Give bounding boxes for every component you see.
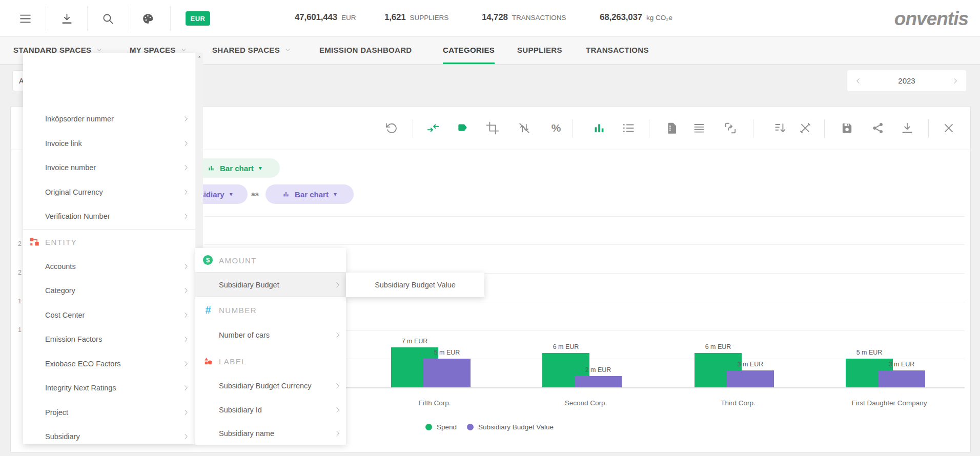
list-view-icon[interactable] (622, 121, 635, 135)
chevron-right-icon (182, 140, 190, 147)
year-label[interactable]: 2023 (898, 76, 915, 85)
menu-item[interactable]: Exiobase ECO Factors (23, 351, 195, 376)
stat-unit: SUPPLIERS (410, 14, 449, 22)
stat-transactions: 14,728 TRANSACTIONS (482, 12, 566, 23)
divider (170, 6, 171, 31)
wand-icon[interactable] (799, 121, 812, 135)
reset-icon[interactable] (384, 121, 398, 135)
chevron-right-icon (182, 312, 190, 319)
chevron-right-icon (182, 336, 190, 343)
menu-item-label: Exiobase ECO Factors (45, 360, 120, 368)
chevron-right-icon (334, 331, 341, 339)
divider (824, 119, 825, 138)
bar-subsidiary-budget-value[interactable] (727, 370, 774, 387)
menu-item[interactable]: Integrity Next Ratings (23, 376, 195, 400)
sort-off-icon[interactable] (518, 121, 531, 135)
rows-icon[interactable] (692, 121, 706, 135)
chevron-right-icon (182, 287, 190, 294)
divider (129, 6, 129, 31)
label-section-header: LABEL (195, 349, 346, 374)
percent-glyph: % (549, 121, 563, 135)
chevron-right-icon (182, 433, 190, 440)
legend-item[interactable]: Spend (425, 423, 457, 431)
menu-item-label: Inköpsorder nummer (45, 115, 114, 123)
pill-label: Bar chart (295, 190, 329, 199)
nav-label: TRANSACTIONS (586, 46, 649, 54)
caret-down-icon: ▾ (259, 165, 262, 171)
tag-icon[interactable] (456, 121, 469, 135)
menu-item[interactable]: Invoice number (23, 155, 195, 180)
menu-item[interactable]: Accounts (23, 254, 195, 279)
triangle-up-icon (197, 55, 201, 59)
chevron-right-icon (334, 406, 341, 413)
share-icon[interactable] (871, 121, 885, 135)
dollar-glyph: $ (203, 255, 213, 265)
chevron-right-icon (182, 384, 190, 391)
nav-suppliers[interactable]: SUPPLIERS (517, 37, 562, 63)
merge-arrows-icon[interactable] (426, 121, 440, 135)
menu-item[interactable]: Invoice link (23, 131, 195, 156)
percent-icon[interactable]: % (549, 121, 563, 135)
save-icon[interactable] (840, 121, 853, 135)
scroll-up-button[interactable] (195, 53, 203, 61)
chevron-right-icon (182, 115, 190, 122)
series-chart-type-pill[interactable]: Bar chart ▾ (266, 184, 354, 204)
currency-badge[interactable]: EUR (186, 11, 210, 26)
bar-chart-view-icon[interactable] (593, 121, 606, 135)
file-icon[interactable] (665, 121, 679, 135)
menu-item[interactable]: Inköpsorder nummer (23, 107, 195, 131)
menu-item[interactable]: Category (23, 278, 195, 303)
menu-item-label: Subsidiary Id (219, 406, 262, 414)
menu-item[interactable]: Project (23, 400, 195, 425)
legend-item[interactable]: Subsidiary Budget Value (467, 423, 554, 431)
nav-categories[interactable]: CATEGORIES (443, 37, 495, 64)
bar-subsidiary-budget-value[interactable] (575, 376, 622, 387)
label-shapes-icon (203, 356, 213, 366)
nav-shared-spaces[interactable]: SHARED SPACES (212, 37, 291, 63)
bar-subsidiary-budget-value[interactable] (423, 359, 471, 387)
section-label: ENTITY (45, 238, 77, 246)
nav-label: EMISSION DASHBOARD (319, 46, 412, 54)
menu-item-label: Number of cars (219, 331, 270, 339)
nav-emission-dashboard[interactable]: EMISSION DASHBOARD (319, 37, 412, 63)
field-dropdown-menu: Inköpsorder nummer Invoice link Invoice … (23, 53, 195, 444)
flyout-menu-item-subsidiary-budget-value[interactable]: Subsidiary Budget Value (346, 273, 484, 297)
menu-item[interactable]: Cost Center (23, 303, 195, 327)
chart-legend: SpendSubsidiary Budget Value (425, 423, 554, 431)
submenu-item-subsidiary-id[interactable]: Subsidiary Id (195, 398, 346, 422)
menu-item[interactable]: Verification Number (23, 204, 195, 229)
search-icon[interactable] (101, 12, 114, 25)
pivot-icon[interactable] (724, 121, 737, 135)
download-chart-icon[interactable] (901, 121, 914, 135)
submenu-item-subsidiary-budget[interactable]: Subsidiary Budget (195, 273, 346, 297)
submenu-item-number-of-cars[interactable]: Number of cars (195, 323, 346, 347)
prev-year-button[interactable] (854, 77, 862, 85)
number-section-header: # NUMBER (195, 298, 346, 322)
caret-down-icon: ▾ (230, 191, 233, 197)
bar-subsidiary-budget-value[interactable] (878, 370, 925, 387)
submenu-item-subsidiary-name[interactable]: Subsidiary name (195, 422, 346, 445)
palette-icon[interactable] (141, 12, 154, 25)
as-label: as (251, 190, 259, 198)
menu-item[interactable]: Emission Factors (23, 327, 195, 351)
menu-icon[interactable] (19, 12, 32, 25)
sort-desc-icon[interactable] (773, 121, 787, 135)
stat-co2: 68,263,037 kg CO₂e (600, 12, 672, 23)
menu-item[interactable]: Subsidiary (23, 424, 195, 444)
divider (413, 119, 413, 138)
menu-item-label: Emission Factors (45, 335, 102, 343)
nav-transactions[interactable]: TRANSACTIONS (586, 37, 649, 63)
submenu-item-subsidiary-budget-currency[interactable]: Subsidiary Budget Currency (195, 374, 346, 398)
menu-item[interactable]: Original Currency (23, 180, 195, 204)
divider (87, 6, 88, 31)
menu-item-label: Subsidiary (45, 432, 80, 441)
download-icon[interactable] (60, 12, 73, 25)
onventis-logo: onventis (894, 8, 968, 30)
crop-icon[interactable] (486, 121, 499, 135)
chevron-down-icon (96, 47, 102, 53)
next-year-button[interactable] (952, 77, 959, 85)
amount-section-header: $ AMOUNT (195, 248, 346, 273)
menu-item-label: Invoice number (45, 163, 96, 172)
close-icon[interactable] (942, 121, 955, 135)
year-selector: 2023 (847, 70, 966, 91)
